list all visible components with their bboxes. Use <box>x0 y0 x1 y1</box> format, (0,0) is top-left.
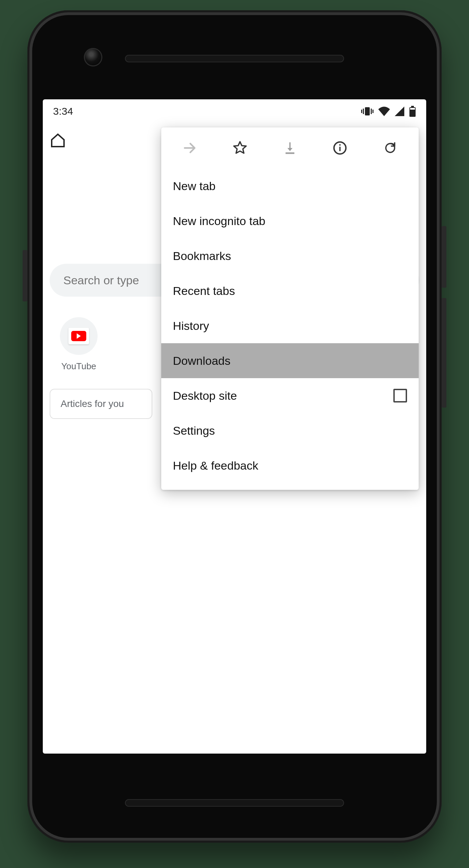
status-time: 3:34 <box>53 106 73 117</box>
shortcut-youtube[interactable]: YouTube <box>60 317 98 372</box>
menu-item-label: Recent tabs <box>173 284 235 298</box>
bookmark-star-icon[interactable] <box>226 134 254 162</box>
articles-label: Articles for you <box>61 398 124 409</box>
svg-rect-3 <box>361 110 362 113</box>
youtube-icon <box>60 317 98 355</box>
desktop-site-checkbox[interactable] <box>393 389 407 402</box>
info-icon[interactable] <box>326 134 354 162</box>
svg-rect-7 <box>410 108 415 110</box>
svg-rect-1 <box>363 109 364 114</box>
home-icon[interactable] <box>50 132 66 149</box>
front-camera <box>84 48 102 66</box>
menu-item-label: Downloads <box>173 354 230 368</box>
shortcut-label: YouTube <box>61 361 96 372</box>
svg-rect-2 <box>371 109 372 114</box>
menu-item-label: Settings <box>173 424 215 437</box>
battery-icon <box>409 106 416 117</box>
cellular-icon <box>395 107 404 116</box>
phone-frame: 3:34 <box>27 10 442 843</box>
speaker <box>125 799 344 807</box>
menu-item-downloads[interactable]: Downloads <box>161 343 419 378</box>
menu-item-settings[interactable]: Settings <box>161 413 419 448</box>
menu-item-recent-tabs[interactable]: Recent tabs <box>161 273 419 308</box>
svg-rect-4 <box>372 110 373 113</box>
menu-item-label: New tab <box>173 179 216 193</box>
menu-item-new-tab[interactable]: New tab <box>161 169 419 203</box>
menu-item-history[interactable]: History <box>161 308 419 343</box>
menu-item-label: New incognito tab <box>173 214 265 228</box>
articles-card[interactable]: Articles for you <box>50 389 152 419</box>
svg-rect-8 <box>286 152 294 154</box>
download-icon[interactable] <box>276 134 304 162</box>
power-button <box>442 226 446 288</box>
svg-rect-0 <box>365 107 370 115</box>
svg-rect-11 <box>340 144 341 146</box>
menu-item-label: Desktop site <box>173 389 237 402</box>
menu-item-bookmarks[interactable]: Bookmarks <box>161 238 419 273</box>
screen: 3:34 <box>43 99 426 754</box>
menu-item-new-incognito[interactable]: New incognito tab <box>161 203 419 238</box>
vibrate-icon <box>361 106 373 116</box>
menu-item-desktop-site[interactable]: Desktop site <box>161 378 419 413</box>
svg-rect-10 <box>340 147 341 151</box>
earpiece <box>125 55 344 62</box>
overflow-menu: New tab New incognito tab Bookmarks Rece… <box>161 127 419 490</box>
search-placeholder: Search or type <box>63 274 139 287</box>
menu-item-label: Bookmarks <box>173 249 231 263</box>
status-bar: 3:34 <box>43 99 426 123</box>
menu-icon-row <box>161 127 419 169</box>
refresh-icon[interactable] <box>377 134 404 162</box>
menu-item-label: History <box>173 319 209 333</box>
wifi-icon <box>378 107 390 116</box>
forward-icon[interactable] <box>176 134 203 162</box>
menu-item-label: Help & feedback <box>173 459 258 472</box>
menu-item-help-feedback[interactable]: Help & feedback <box>161 448 419 483</box>
side-button <box>23 250 27 301</box>
volume-button <box>442 298 446 408</box>
svg-rect-5 <box>411 106 414 107</box>
